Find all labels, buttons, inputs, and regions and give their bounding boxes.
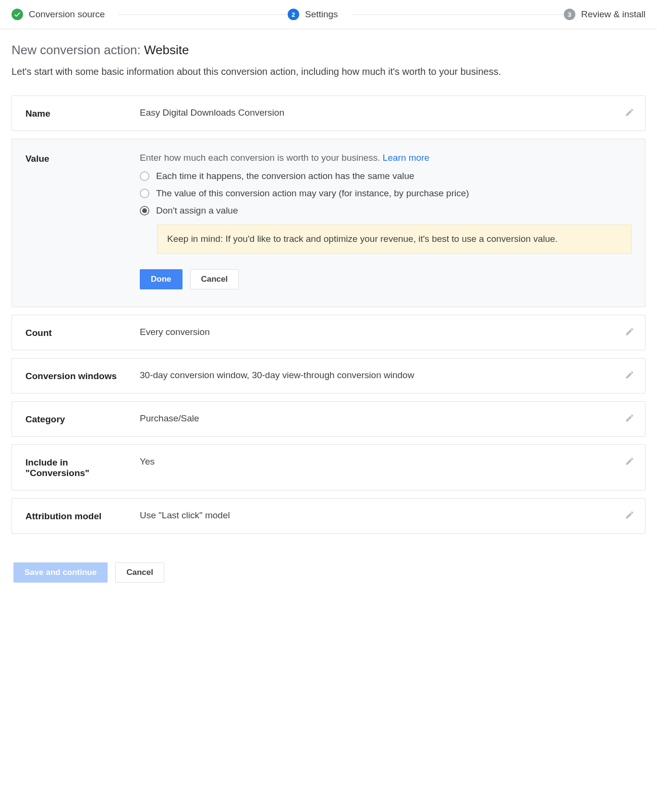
card-label-attribution: Attribution model <box>25 510 126 522</box>
value-info-box: Keep in mind: If you'd like to track and… <box>157 225 632 254</box>
count-card: Count Every conversion <box>12 315 645 350</box>
card-label-windows: Conversion windows <box>25 370 126 382</box>
card-value-category: Purchase/Sale <box>140 413 632 424</box>
conversion-windows-card: Conversion windows 30-day conversion win… <box>12 358 645 394</box>
radio-label: Don't assign a value <box>156 205 238 216</box>
cancel-button[interactable]: Cancel <box>190 269 239 289</box>
category-card: Category Purchase/Sale <box>12 401 645 437</box>
step-label: Review & install <box>581 9 645 20</box>
step-conversion-source[interactable]: Conversion source <box>12 9 288 20</box>
step-divider <box>118 14 288 15</box>
radio-label: The value of this conversion action may … <box>156 188 469 199</box>
radio-no-value[interactable]: Don't assign a value <box>140 205 632 216</box>
step-settings[interactable]: 2 Settings <box>288 9 564 20</box>
step-review-install[interactable]: 3 Review & install <box>564 9 645 20</box>
card-label-include: Include in "Conversions" <box>25 456 126 478</box>
value-radio-group: Each time it happens, the conversion act… <box>140 171 632 216</box>
card-value-windows: 30-day conversion window, 30-day view-th… <box>140 370 632 381</box>
radio-same-value[interactable]: Each time it happens, the conversion act… <box>140 171 632 181</box>
card-value-count: Every conversion <box>140 327 632 337</box>
card-label-name: Name <box>25 107 126 119</box>
step-number-icon: 3 <box>564 9 575 20</box>
card-label-count: Count <box>25 327 126 338</box>
page-title-prefix: New conversion action: <box>12 43 144 57</box>
card-label-value: Value <box>25 153 126 164</box>
step-divider <box>352 14 564 15</box>
pencil-icon[interactable] <box>625 510 634 520</box>
value-help-text: Enter how much each conversion is worth … <box>140 153 632 163</box>
page-title: New conversion action: Website <box>12 43 645 58</box>
value-buttons: Done Cancel <box>140 269 632 289</box>
pencil-icon[interactable] <box>625 370 634 380</box>
pencil-icon[interactable] <box>625 107 634 117</box>
step-number-icon: 2 <box>288 9 299 20</box>
radio-icon <box>140 189 149 198</box>
value-card: Value Enter how much each conversion is … <box>12 139 645 307</box>
name-card: Name Easy Digital Downloads Conversion <box>12 96 645 131</box>
page-subtitle: Let's start with some basic information … <box>12 66 645 77</box>
pencil-icon[interactable] <box>625 327 634 336</box>
card-label-category: Category <box>25 413 126 425</box>
radio-varies[interactable]: The value of this conversion action may … <box>140 188 632 199</box>
step-label: Conversion source <box>29 9 105 20</box>
footer-actions: Save and continue Cancel <box>12 558 645 597</box>
learn-more-link[interactable]: Learn more <box>383 153 429 163</box>
step-label: Settings <box>305 9 338 20</box>
radio-icon <box>140 206 149 215</box>
save-and-continue-button[interactable]: Save and continue <box>13 562 108 583</box>
card-value-name: Easy Digital Downloads Conversion <box>140 107 632 118</box>
radio-icon <box>140 171 149 181</box>
pencil-icon[interactable] <box>625 413 634 423</box>
card-body-value: Enter how much each conversion is worth … <box>140 153 632 289</box>
check-icon <box>12 9 23 20</box>
pencil-icon[interactable] <box>625 456 634 466</box>
cancel-button[interactable]: Cancel <box>115 562 164 583</box>
attribution-card: Attribution model Use "Last click" model <box>12 498 645 534</box>
card-value-include: Yes <box>140 456 632 467</box>
content: New conversion action: Website Let's sta… <box>0 29 657 616</box>
stepper: Conversion source 2 Settings 3 Review & … <box>0 0 657 29</box>
done-button[interactable]: Done <box>140 269 182 289</box>
include-card: Include in "Conversions" Yes <box>12 444 645 490</box>
radio-label: Each time it happens, the conversion act… <box>156 171 414 181</box>
page-title-main: Website <box>144 43 189 57</box>
card-value-attribution: Use "Last click" model <box>140 510 632 521</box>
